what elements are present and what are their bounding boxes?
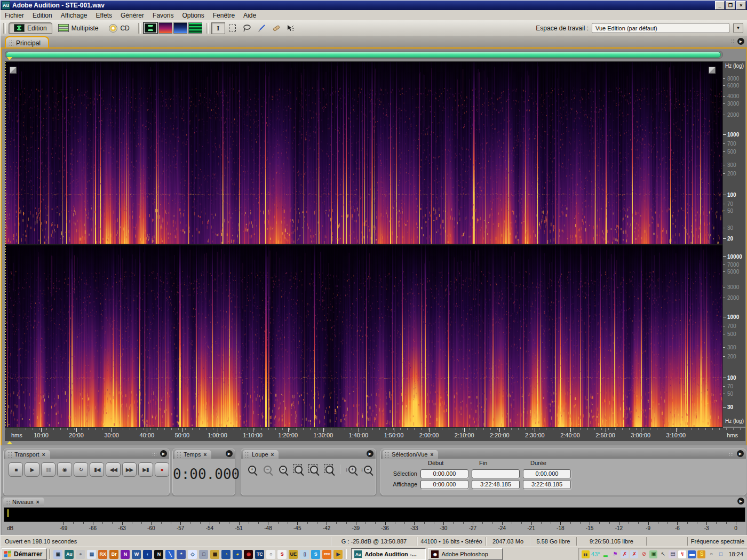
close-button[interactable]: × — [736, 1, 746, 10]
quicklaunch-tc-icon[interactable]: TC — [255, 550, 264, 559]
loupe-flyout-button[interactable]: ▶ — [367, 450, 374, 457]
quicklaunch-browser2-icon[interactable]: ◕ — [233, 550, 242, 559]
tray-power-icon[interactable]: ↯ — [678, 550, 686, 558]
mode-tab-cd[interactable]: CD — [104, 23, 134, 34]
niveaux-flyout-button[interactable]: ▶ — [737, 498, 744, 505]
frequency-axis-top[interactable]: Hz (log) 8000600040003000200010007005003… — [723, 61, 745, 244]
menu-generer[interactable]: Générer — [116, 11, 148, 20]
menu-aide[interactable]: Aide — [239, 11, 260, 20]
menu-edition[interactable]: Edition — [28, 11, 57, 20]
quicklaunch-rx-icon[interactable]: RX — [98, 550, 107, 559]
tray-mouse-icon[interactable]: ○ — [707, 550, 715, 558]
tray-currency-icon[interactable]: S — [697, 550, 705, 558]
go-to-end-button[interactable]: ▶▮ — [138, 462, 153, 477]
menu-options[interactable]: Options — [178, 11, 208, 20]
zoom-out-vertical-button[interactable]: ↕− — [360, 463, 373, 475]
spectral-pan-view-button[interactable] — [173, 22, 187, 34]
close-icon[interactable]: × — [36, 499, 39, 505]
tray-flag-icon[interactable]: ⚑ — [611, 550, 619, 558]
transport-flyout-button[interactable]: ▶ — [160, 450, 167, 457]
selection-debut-field[interactable]: 0:00.000 — [420, 469, 468, 478]
close-icon[interactable]: × — [42, 452, 45, 458]
start-button[interactable]: Démarrer — [2, 548, 47, 560]
tab-principal[interactable]: Principal — [5, 36, 49, 49]
tray-underscore-icon[interactable]: ▂ — [601, 550, 609, 558]
spot-healing-brush-tool[interactable] — [269, 22, 283, 34]
tray-folder-icon[interactable]: □ — [717, 550, 725, 558]
mode-tab-multipiste[interactable]: Multipiste — [53, 23, 104, 33]
zoom-out-full-button[interactable]: − — [276, 463, 290, 475]
effects-paintbrush-tool[interactable] — [255, 22, 268, 34]
quicklaunch-tool-icon[interactable]: ◇ — [188, 550, 197, 559]
zoom-in-right-selection-button[interactable] — [323, 463, 336, 475]
scrub-tool[interactable] — [283, 22, 297, 34]
time-selection-tool[interactable]: I — [211, 22, 225, 34]
zoom-in-vertical-button[interactable]: ↕+ — [344, 463, 357, 475]
tray-network1-icon[interactable]: ✗ — [621, 550, 629, 558]
tray-display-icon[interactable]: ▬ — [688, 550, 696, 558]
lasso-selection-tool[interactable] — [240, 22, 254, 34]
scrollbar-thumb[interactable] — [6, 52, 721, 58]
quicklaunch-audition-icon[interactable]: Au — [65, 550, 74, 559]
tray-duo-icon[interactable]: ▮▮ — [582, 550, 590, 558]
quicklaunch-planet-icon[interactable]: ◐ — [143, 550, 152, 559]
menu-fichier[interactable]: Fichier — [1, 11, 28, 20]
zoom-out-horizontal-button[interactable]: − — [261, 463, 274, 475]
menu-effets[interactable]: Effets — [92, 11, 116, 20]
zoom-in-left-selection-button[interactable] — [307, 463, 321, 475]
niveaux-tab[interactable]: Niveaux × — [3, 498, 44, 506]
taskbar-window-adobe-audition[interactable]: AuAdobe Audition -... — [351, 548, 426, 560]
temps-flyout-button[interactable]: ▶ — [226, 450, 233, 457]
tray-cursor-icon[interactable]: ↖ — [659, 550, 667, 558]
record-button[interactable]: ● — [155, 462, 169, 477]
quicklaunch-sbp-icon[interactable]: S — [277, 550, 287, 559]
play-spooled-button[interactable]: ◉ — [57, 462, 71, 477]
quicklaunch-viewer-icon[interactable]: □ — [199, 550, 208, 559]
rewind-button[interactable]: ◀◀ — [106, 462, 120, 477]
minimize-button[interactable]: _ — [715, 1, 725, 10]
selection-handle-left[interactable] — [10, 67, 17, 74]
go-to-beginning-button[interactable]: ▮◀ — [90, 462, 104, 477]
playhead-marker-top[interactable] — [7, 57, 12, 60]
selection-fin-field[interactable] — [472, 469, 520, 478]
close-icon[interactable]: × — [271, 452, 274, 458]
tray-network2-icon[interactable]: ✗ — [630, 550, 638, 558]
marquee-selection-tool[interactable] — [226, 22, 240, 34]
level-meter[interactable] — [4, 507, 745, 522]
quicklaunch-bridge-icon[interactable]: Br — [109, 550, 118, 559]
loupe-tab[interactable]: Loupe × — [243, 450, 279, 459]
time-ruler[interactable]: hms hms 10:0020:0030:0040:0050:001:00:00… — [5, 428, 745, 441]
quicklaunch-wand-icon[interactable]: ╲ — [165, 550, 174, 559]
spectrogram-left-channel[interactable] — [5, 62, 722, 244]
quicklaunch-browser1-icon[interactable]: ◔ — [221, 550, 231, 559]
quicklaunch-word-icon[interactable]: W — [132, 550, 141, 559]
tray-scanner-icon[interactable]: ▤ — [669, 550, 677, 558]
transport-tab[interactable]: Transport × — [5, 450, 50, 459]
affichage-fin-field[interactable]: 3:22:48.185 — [472, 480, 520, 489]
zoom-in-horizontal-button[interactable]: + — [245, 463, 259, 475]
waveform-view-button[interactable] — [144, 22, 157, 34]
quicklaunch-onenote-icon[interactable]: N — [121, 550, 130, 559]
spectrogram-right-channel[interactable] — [5, 245, 722, 427]
quicklaunch-ultraedit-icon[interactable]: UE — [289, 550, 298, 559]
fast-forward-button[interactable]: ▶▶ — [122, 462, 137, 477]
horizontal-scrollbar[interactable] — [5, 51, 723, 59]
quicklaunch-pdf-icon[interactable]: PDF — [322, 550, 331, 559]
spectral-frequency-view-button[interactable] — [158, 22, 172, 34]
frequency-axis-bottom[interactable]: Hz (log) 1000070005000300020001000700500… — [723, 244, 745, 427]
affichage-duree-field[interactable]: 3:22:48.185 — [523, 480, 571, 489]
taskbar-window-adobe-photoshop[interactable]: ◉Adobe Photoshop — [428, 548, 503, 560]
tray-device-icon[interactable]: ▣ — [649, 550, 657, 558]
quicklaunch-mediaplayer-icon[interactable]: ▶ — [333, 550, 343, 559]
close-icon[interactable]: × — [203, 452, 206, 458]
stop-button[interactable]: ■ — [9, 462, 23, 477]
quicklaunch-chart-icon[interactable]: ▦ — [210, 550, 219, 559]
quicklaunch-calculator-icon[interactable]: ▤ — [87, 550, 96, 559]
menu-fenetre[interactable]: Fenêtre — [209, 11, 239, 20]
tabstrip-flyout-button[interactable]: ▶ — [737, 38, 744, 45]
selection-vue-tab[interactable]: Sélection/Vue × — [383, 450, 438, 459]
menu-favoris[interactable]: Favoris — [148, 11, 178, 20]
mode-tab-edition[interactable]: Edition — [9, 22, 52, 34]
quicklaunch-clock-icon[interactable]: ○ — [266, 550, 275, 559]
spectral-display[interactable] — [5, 61, 723, 428]
